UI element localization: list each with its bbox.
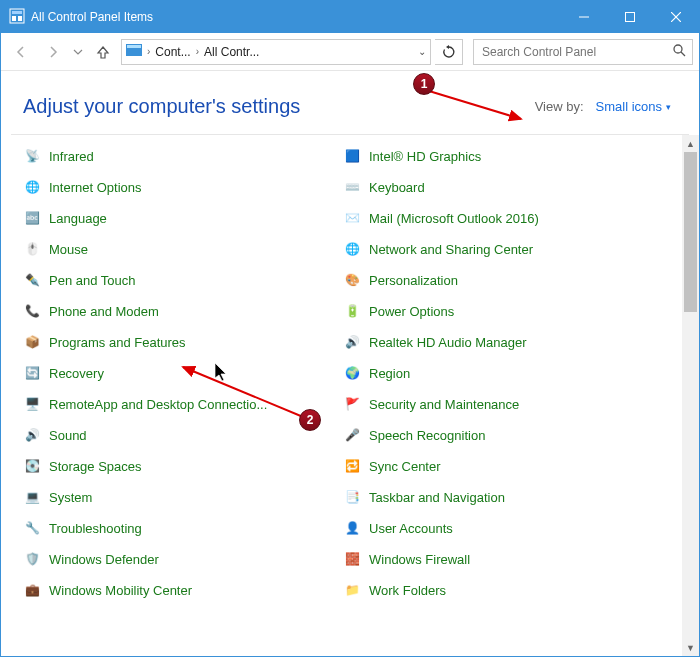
cp-item-remoteapp[interactable]: 🖥️RemoteApp and Desktop Connectio...	[23, 393, 343, 415]
cp-item-recovery[interactable]: 🔄Recovery	[23, 362, 343, 384]
cp-item-network-sharing[interactable]: 🌐Network and Sharing Center	[343, 238, 663, 260]
cp-item-storage-spaces[interactable]: 💽Storage Spaces	[23, 455, 343, 477]
cp-item-region[interactable]: 🌍Region	[343, 362, 663, 384]
cp-item-label: Realtek HD Audio Manager	[369, 335, 527, 350]
forward-button[interactable]	[39, 38, 67, 66]
cp-item-label: RemoteApp and Desktop Connectio...	[49, 397, 267, 412]
storage-spaces-icon: 💽	[23, 457, 41, 475]
cp-item-personalization[interactable]: 🎨Personalization	[343, 269, 663, 291]
cp-item-windows-firewall[interactable]: 🧱Windows Firewall	[343, 548, 663, 570]
cp-item-label: Speech Recognition	[369, 428, 485, 443]
phone-and-modem-icon: 📞	[23, 302, 41, 320]
intel-hd-graphics-icon: 🟦	[343, 147, 361, 165]
minimize-button[interactable]	[561, 1, 607, 33]
cp-item-realtek-audio[interactable]: 🔊Realtek HD Audio Manager	[343, 331, 663, 353]
windows-firewall-icon: 🧱	[343, 550, 361, 568]
cp-item-label: Power Options	[369, 304, 454, 319]
cp-item-label: Intel® HD Graphics	[369, 149, 481, 164]
cp-item-language[interactable]: 🔤Language	[23, 207, 343, 229]
svg-rect-1	[12, 11, 22, 14]
cp-item-pen-and-touch[interactable]: ✒️Pen and Touch	[23, 269, 343, 291]
items-column-left: 📡Infrared🌐Internet Options🔤Language🖱️Mou…	[23, 145, 343, 656]
cp-item-security-maintenance[interactable]: 🚩Security and Maintenance	[343, 393, 663, 415]
breadcrumb-seg1[interactable]: Cont...	[155, 45, 190, 59]
search-box[interactable]	[473, 39, 693, 65]
cp-item-label: Taskbar and Navigation	[369, 490, 505, 505]
svg-rect-9	[127, 45, 141, 48]
taskbar-nav-icon: 📑	[343, 488, 361, 506]
items-column-right: 🟦Intel® HD Graphics⌨️Keyboard✉️Mail (Mic…	[343, 145, 663, 656]
cp-item-label: Internet Options	[49, 180, 142, 195]
cp-item-mail[interactable]: ✉️Mail (Microsoft Outlook 2016)	[343, 207, 663, 229]
mouse-cursor-icon	[215, 363, 229, 383]
windows-defender-icon: 🛡️	[23, 550, 41, 568]
work-folders-icon: 📁	[343, 581, 361, 599]
cp-item-label: Personalization	[369, 273, 458, 288]
viewby-dropdown[interactable]: Small icons ▾	[596, 99, 671, 114]
scroll-thumb[interactable]	[684, 152, 697, 312]
cp-item-speech-recognition[interactable]: 🎤Speech Recognition	[343, 424, 663, 446]
cp-item-label: Programs and Features	[49, 335, 186, 350]
mouse-icon: 🖱️	[23, 240, 41, 258]
scroll-up-arrow[interactable]: ▲	[682, 135, 699, 152]
recovery-icon: 🔄	[23, 364, 41, 382]
cp-item-troubleshooting[interactable]: 🔧Troubleshooting	[23, 517, 343, 539]
up-button[interactable]	[89, 38, 117, 66]
cp-item-windows-defender[interactable]: 🛡️Windows Defender	[23, 548, 343, 570]
back-button[interactable]	[7, 38, 35, 66]
cp-item-internet-options[interactable]: 🌐Internet Options	[23, 176, 343, 198]
cp-item-system[interactable]: 💻System	[23, 486, 343, 508]
cp-item-power-options[interactable]: 🔋Power Options	[343, 300, 663, 322]
cp-item-work-folders[interactable]: 📁Work Folders	[343, 579, 663, 601]
search-input[interactable]	[480, 44, 672, 60]
address-bar[interactable]: › Cont... › All Contr... ⌄	[121, 39, 431, 65]
cp-item-mouse[interactable]: 🖱️Mouse	[23, 238, 343, 260]
svg-rect-2	[12, 16, 16, 21]
cp-item-label: Infrared	[49, 149, 94, 164]
cp-item-label: Keyboard	[369, 180, 425, 195]
cp-item-windows-mobility[interactable]: 💼Windows Mobility Center	[23, 579, 343, 601]
cp-item-sync-center[interactable]: 🔁Sync Center	[343, 455, 663, 477]
refresh-button[interactable]	[435, 39, 463, 65]
cp-item-keyboard[interactable]: ⌨️Keyboard	[343, 176, 663, 198]
address-dropdown-icon[interactable]: ⌄	[418, 46, 426, 57]
annotation-badge-1: 1	[413, 73, 435, 95]
vertical-scrollbar[interactable]: ▲ ▼	[682, 135, 699, 656]
scroll-down-arrow[interactable]: ▼	[682, 639, 699, 656]
maximize-button[interactable]	[607, 1, 653, 33]
scroll-track[interactable]	[682, 152, 699, 639]
cp-item-infrared[interactable]: 📡Infrared	[23, 145, 343, 167]
internet-options-icon: 🌐	[23, 178, 41, 196]
cp-item-label: Windows Defender	[49, 552, 159, 567]
cp-item-label: System	[49, 490, 92, 505]
sound-icon: 🔊	[23, 426, 41, 444]
programs-and-features-icon: 📦	[23, 333, 41, 351]
windows-mobility-icon: 💼	[23, 581, 41, 599]
cp-item-taskbar-nav[interactable]: 📑Taskbar and Navigation	[343, 486, 663, 508]
cp-item-label: User Accounts	[369, 521, 453, 536]
cp-item-sound[interactable]: 🔊Sound	[23, 424, 343, 446]
chevron-right-icon: ›	[194, 46, 201, 57]
close-button[interactable]	[653, 1, 699, 33]
window: All Control Panel Items › Cont... › All …	[0, 0, 700, 657]
breadcrumb-seg2[interactable]: All Contr...	[204, 45, 259, 59]
security-maintenance-icon: 🚩	[343, 395, 361, 413]
cp-item-label: Sync Center	[369, 459, 441, 474]
cp-item-phone-and-modem[interactable]: 📞Phone and Modem	[23, 300, 343, 322]
cp-item-user-accounts[interactable]: 👤User Accounts	[343, 517, 663, 539]
cp-item-intel-hd-graphics[interactable]: 🟦Intel® HD Graphics	[343, 145, 663, 167]
cp-item-label: Phone and Modem	[49, 304, 159, 319]
cp-item-label: Security and Maintenance	[369, 397, 519, 412]
search-icon[interactable]	[672, 43, 686, 60]
items-area: 📡Infrared🌐Internet Options🔤Language🖱️Mou…	[1, 135, 699, 656]
region-icon: 🌍	[343, 364, 361, 382]
cp-item-label: Pen and Touch	[49, 273, 136, 288]
realtek-audio-icon: 🔊	[343, 333, 361, 351]
recent-dropdown[interactable]	[71, 38, 85, 66]
mail-icon: ✉️	[343, 209, 361, 227]
svg-point-10	[674, 45, 682, 53]
cp-item-label: Storage Spaces	[49, 459, 142, 474]
remoteapp-icon: 🖥️	[23, 395, 41, 413]
cp-item-label: Windows Firewall	[369, 552, 470, 567]
cp-item-programs-and-features[interactable]: 📦Programs and Features	[23, 331, 343, 353]
